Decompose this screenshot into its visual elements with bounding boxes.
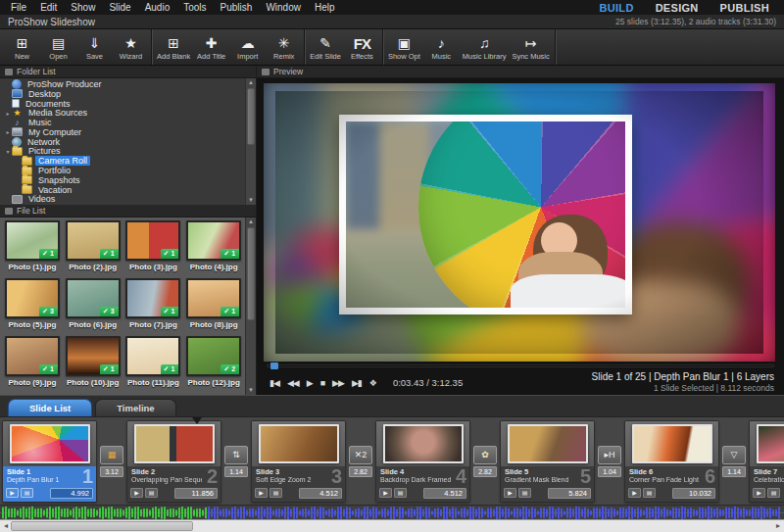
slide-duration[interactable]: 11.856	[174, 488, 218, 499]
layers-icon[interactable]: ▤	[643, 488, 656, 498]
layers-icon[interactable]: ▤	[518, 488, 531, 498]
tab-timeline[interactable]: Timeline	[95, 399, 175, 416]
slide-card-5[interactable]: Slide 5Gradient Mask Blend5 ▶▤5.824	[500, 420, 595, 503]
transition-effect-icon[interactable]: ▦	[100, 446, 123, 464]
layers-icon[interactable]: ▤	[767, 488, 780, 498]
folder-item-media-sources[interactable]: ▸★Media Sources	[0, 108, 256, 118]
transition-3[interactable]: ✕22.82	[346, 446, 375, 477]
expander-icon[interactable]: ▾	[4, 148, 12, 155]
transition-cross-icon[interactable]: ✕2	[349, 446, 372, 464]
slide-card-6[interactable]: Slide 6Corner Pan Fade Light6 ▶▤10.032	[624, 420, 719, 503]
save-button[interactable]: ⇓Save	[76, 29, 113, 65]
menu-audio[interactable]: Audio	[138, 2, 177, 13]
scrollbar-thumb[interactable]	[247, 227, 255, 320]
menu-tools[interactable]: Tools	[176, 2, 213, 13]
slide-card-2[interactable]: Slide 2Overlapping Pan Sequence ...2 ▶▤1…	[126, 420, 221, 503]
file-item[interactable]: ✓1Photo (8).jpg	[184, 278, 243, 336]
layers-icon[interactable]: ▤	[270, 488, 282, 498]
transition-duration[interactable]: 2.82	[473, 466, 497, 477]
file-item[interactable]: ✓1Photo (1).jpg	[3, 220, 62, 278]
menu-window[interactable]: Window	[259, 2, 308, 13]
play-slide-icon[interactable]: ▶	[753, 488, 765, 498]
transition-duration[interactable]: 1.14	[722, 466, 746, 477]
file-item[interactable]: ✓1Photo (4).jpg	[184, 220, 243, 278]
expander-icon[interactable]: ▸	[4, 128, 12, 135]
file-list-scrollbar[interactable]: ▲▼	[245, 218, 256, 395]
scroll-up-icon[interactable]: ▲	[246, 78, 256, 87]
slide-duration[interactable]: 4.512	[299, 488, 342, 499]
fullscreen-button[interactable]: ❖	[367, 378, 379, 388]
slide-card-7[interactable]: Slide 7Celebration Single...7 ▶▤	[749, 420, 784, 503]
horizontal-scrollbar[interactable]: ◂ ▸	[0, 519, 784, 532]
scrollbar-thumb[interactable]	[11, 521, 193, 531]
play-slide-icon[interactable]: ▶	[504, 488, 516, 498]
folder-item-my-computer[interactable]: ▸My Computer	[0, 127, 256, 137]
slide-duration[interactable]: 10.032	[672, 488, 715, 499]
effects-button[interactable]: FXEffects	[344, 29, 380, 65]
slide-duration[interactable]: 4.512	[423, 488, 466, 499]
sync-music-button[interactable]: ↦Sync Music	[509, 29, 552, 65]
slide-duration[interactable]: 5.824	[548, 488, 591, 499]
menu-help[interactable]: Help	[308, 2, 342, 13]
menu-slide[interactable]: Slide	[102, 2, 137, 13]
slide-card-4[interactable]: Slide 4Backdrop Dark Framed Zoo...4 ▶▤4.…	[375, 420, 470, 503]
rewind-button[interactable]: ◀◀	[284, 378, 302, 388]
mode-design[interactable]: DESIGN	[645, 2, 710, 14]
file-item[interactable]: ✓2Photo (12).jpg	[184, 336, 243, 394]
add-title-button[interactable]: ✚Add Title	[193, 29, 229, 65]
menu-edit[interactable]: Edit	[33, 2, 64, 13]
slide-card-3[interactable]: Slide 3Soft Edge Zoom 23 ▶▤4.512	[251, 420, 346, 503]
folder-item-music[interactable]: ♪Music	[0, 118, 256, 127]
transition-shape-icon[interactable]: ▽	[722, 446, 746, 464]
edit-slide-button[interactable]: ✎Edit Slide	[307, 29, 344, 65]
file-item[interactable]: ✓1Photo (10).jpg	[64, 336, 122, 394]
file-item[interactable]: ✓1Photo (2).jpg	[64, 220, 122, 278]
remix-button[interactable]: ✳Remix	[266, 29, 302, 65]
folder-item-documents[interactable]: Documents	[0, 99, 256, 109]
play-button[interactable]: ▶	[304, 378, 316, 388]
scrollbar-thumb[interactable]	[247, 88, 255, 145]
play-slide-icon[interactable]: ▶	[628, 488, 641, 498]
new-button[interactable]: ⊞New	[4, 29, 40, 65]
scroll-up-icon[interactable]: ▲	[246, 218, 256, 226]
transition-2[interactable]: ⇅1.14	[221, 446, 251, 477]
scroll-down-icon[interactable]: ▼	[246, 196, 256, 205]
folder-item-network[interactable]: Network	[0, 137, 256, 147]
slide-card-1[interactable]: Slide 1Depth Pan Blur 11 ▶▤4.992	[2, 420, 97, 503]
layers-icon[interactable]: ▤	[21, 488, 33, 498]
seek-bar[interactable]	[257, 362, 784, 370]
transition-flower-icon[interactable]: ✿	[473, 446, 497, 464]
folder-item-pictures[interactable]: ▾Pictures	[0, 147, 256, 157]
previous-slide-button[interactable]: ▮◀	[267, 378, 282, 388]
play-slide-icon[interactable]: ▶	[255, 488, 268, 498]
next-slide-button[interactable]: ▶▮	[349, 378, 365, 388]
file-item[interactable]: ✓1Photo (11).jpg	[124, 336, 183, 394]
file-item[interactable]: ✓3Photo (5).jpg	[3, 278, 62, 336]
wizard-button[interactable]: ★Wizard	[113, 29, 149, 65]
transition-duration[interactable]: 1.04	[598, 466, 621, 477]
transition-blend-icon[interactable]: ▸H	[598, 446, 621, 464]
transition-duration[interactable]: 3.12	[100, 466, 123, 477]
layers-icon[interactable]: ▤	[394, 488, 407, 498]
transition-duration[interactable]: 1.14	[224, 466, 248, 477]
folder-item-snapshots[interactable]: Snapshots	[0, 175, 256, 185]
layers-icon[interactable]: ▤	[145, 488, 158, 498]
folder-item-videos[interactable]: Videos	[0, 195, 256, 205]
stop-button[interactable]: ■	[318, 378, 327, 388]
mode-build[interactable]: BUILD	[589, 2, 645, 14]
file-item[interactable]: ✓1Photo (9).jpg	[3, 336, 62, 394]
transition-4[interactable]: ✿2.82	[470, 446, 500, 477]
transition-5[interactable]: ▸H1.04	[595, 446, 624, 477]
file-item[interactable]: ✓3Photo (6).jpg	[64, 278, 122, 336]
tab-slide-list[interactable]: Slide List	[8, 399, 92, 416]
scroll-right-icon[interactable]: ▸	[772, 520, 784, 532]
file-item[interactable]: ✓1Photo (7).jpg	[124, 278, 183, 336]
folder-item-camera-roll[interactable]: Camera Roll	[0, 156, 256, 166]
transition-1[interactable]: ▦3.12	[97, 446, 126, 477]
open-button[interactable]: ▤Open	[40, 29, 76, 65]
show-options-button[interactable]: ▣Show Opt	[385, 29, 423, 65]
play-slide-icon[interactable]: ▶	[130, 488, 143, 498]
import-button[interactable]: ☁Import	[229, 29, 266, 65]
transition-6[interactable]: ▽1.14	[719, 446, 749, 477]
folder-item-proshow-producer[interactable]: ProShow Producer	[0, 79, 256, 89]
